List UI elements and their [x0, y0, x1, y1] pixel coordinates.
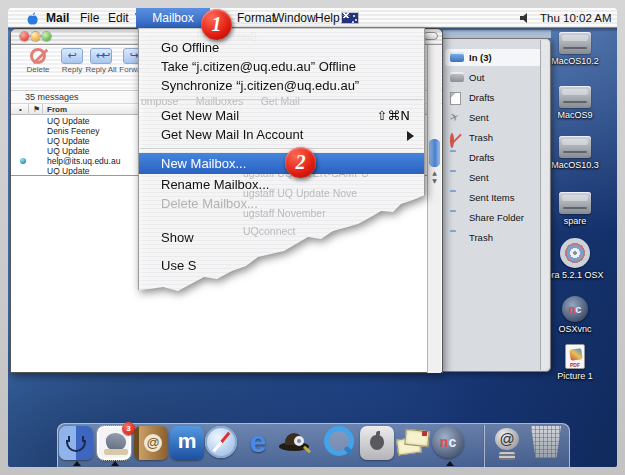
- menubar-item-mailbox-active[interactable]: Mailbox: [136, 8, 210, 28]
- dock-vnc-icon[interactable]: nc: [432, 426, 466, 460]
- draft-page-icon: [450, 92, 461, 105]
- menu-item-get-new-mail-in-account[interactable]: Get New Mail In Account: [139, 126, 424, 144]
- menu-item-go-offline[interactable]: Go Offline: [139, 39, 424, 57]
- menu-bar: Mail File Edit View Mailbox Format Windo…: [8, 8, 617, 28]
- read-column-header[interactable]: •: [19, 104, 22, 115]
- dock-mozilla-icon[interactable]: m: [170, 426, 204, 460]
- desktop-icon-spare[interactable]: spare: [545, 192, 605, 226]
- reply-all-icon: ↩↩: [90, 48, 112, 64]
- menubar-item-help[interactable]: Help: [315, 8, 340, 28]
- dock-safari-icon[interactable]: [205, 426, 239, 460]
- toolbar-toggle-pill[interactable]: [423, 32, 438, 40]
- drawer-item-drafts[interactable]: Drafts: [445, 89, 541, 106]
- menu-item-delete-mailbox: Delete Mailbox...: [139, 195, 424, 213]
- dock-separator: [483, 425, 484, 467]
- menu-item-new-mailbox[interactable]: New Mailbox...: [139, 153, 424, 174]
- desktop: In (3 unread) Delete ↩ Reply ↩↩ Reply Al…: [8, 8, 617, 467]
- keyboard-shortcut: ⇧⌘N: [376, 107, 410, 125]
- delete-icon: [30, 48, 46, 64]
- volume-speaker-icon[interactable]: [520, 13, 532, 23]
- dock-mail-icon[interactable]: 3: [97, 426, 131, 460]
- drawer-item-out[interactable]: Out: [445, 69, 541, 86]
- menu-item-take-offline[interactable]: Take “j.citizen@uq.edu.au” Offline: [139, 58, 424, 76]
- menubar-item-file[interactable]: File: [80, 8, 99, 28]
- running-indicator: [446, 461, 454, 466]
- from-column-header[interactable]: From: [47, 104, 67, 115]
- apple-menu-icon[interactable]: [26, 11, 39, 26]
- column-divider: [42, 104, 43, 115]
- unread-dot-icon: [20, 158, 26, 164]
- running-indicator: [111, 461, 119, 466]
- menubar-clock[interactable]: Thu 10:02 AM: [540, 8, 612, 28]
- dock-quicktime-icon[interactable]: [324, 426, 358, 460]
- ghost-toolbar-labels: ompose Mailboxes Get Mail: [141, 95, 300, 107]
- dock-internet-explorer-icon[interactable]: e: [241, 426, 275, 460]
- paper-plane-icon: ✈: [448, 111, 461, 126]
- menu-item-get-new-mail[interactable]: Get New Mail⇧⌘N: [139, 107, 424, 125]
- scrollbar-arrows[interactable]: ▲▼: [428, 169, 441, 187]
- desktop-icon-macos102[interactable]: MacOS10.2: [545, 32, 605, 66]
- dock: 3 @ m e nc @: [57, 423, 570, 467]
- hard-drive-icon: [559, 32, 591, 54]
- vertical-scrollbar[interactable]: ▲▼: [427, 45, 441, 373]
- drawer-item-drafts-folder[interactable]: Drafts: [445, 149, 541, 166]
- submenu-arrow-icon: [407, 131, 414, 141]
- no-sign-icon: [450, 133, 454, 148]
- scrollbar-thumb[interactable]: [429, 139, 440, 167]
- close-button[interactable]: [20, 32, 29, 41]
- menu-item-rename-mailbox[interactable]: Rename Mailbox...: [139, 176, 424, 194]
- hard-drive-icon: [559, 136, 591, 158]
- drawer-item-sent[interactable]: ✈Sent: [445, 109, 541, 126]
- inbox-icon: [450, 52, 464, 62]
- menu-item-use-torn[interactable]: Use S: [139, 257, 424, 275]
- dock-sherlock-icon[interactable]: [277, 426, 311, 460]
- menubar-item-mail[interactable]: Mail: [46, 8, 69, 28]
- vnc-icon: nc: [562, 296, 588, 322]
- mailboxes-drawer: In (3) Out Drafts ✈Sent Trash Drafts Sen…: [443, 38, 551, 372]
- drawer-item-sent-folder[interactable]: Sent: [445, 169, 541, 186]
- menu-item-synchronize[interactable]: Synchronize “j.citizen@uq.edu.au”: [139, 77, 424, 95]
- menu-separator: [140, 148, 423, 149]
- dock-eudora-letters-icon[interactable]: [396, 426, 430, 460]
- menu-item-show[interactable]: Show: [139, 229, 424, 247]
- menu-separator: [140, 99, 423, 100]
- desktop-icon-macos9[interactable]: MacOS9: [545, 86, 605, 120]
- column-divider: [28, 104, 29, 115]
- minimize-button[interactable]: [31, 32, 40, 41]
- callout-step-2-badge: 2: [285, 147, 316, 178]
- dock-finder-icon[interactable]: [59, 426, 93, 460]
- drawer-item-trash[interactable]: Trash: [445, 129, 541, 146]
- mailbox-menu: ompose Mailboxes Get Mail ugstaff UQ INT…: [138, 28, 425, 294]
- cd-icon: [560, 238, 590, 268]
- drawer-scrollbar[interactable]: [540, 40, 549, 370]
- dock-system-preferences-icon[interactable]: [360, 426, 394, 460]
- drawer-item-share-folder[interactable]: Share Folder: [445, 209, 541, 226]
- hard-drive-icon: [559, 86, 591, 108]
- pdf-document-icon: [565, 344, 585, 369]
- mailbox-menu-container: ompose Mailboxes Get Mail ugstaff UQ INT…: [138, 28, 425, 294]
- running-indicator: [73, 461, 81, 466]
- desktop-icon-picture1[interactable]: Picture 1: [545, 344, 605, 381]
- menubar-item-window[interactable]: Window: [273, 8, 316, 28]
- australian-flag-icon[interactable]: [342, 13, 358, 23]
- desktop-icon-osxvnc[interactable]: ncOSXvnc: [545, 296, 605, 334]
- menubar-item-edit[interactable]: Edit: [108, 8, 129, 28]
- dock-trash-icon[interactable]: [529, 426, 563, 460]
- screenshot-frame: In (3 unread) Delete ↩ Reply ↩↩ Reply Al…: [0, 0, 625, 475]
- hard-drive-icon: [559, 192, 591, 214]
- flag-column-header[interactable]: ⚑: [33, 104, 40, 115]
- zoom-button[interactable]: [42, 32, 51, 41]
- desktop-icon-macos103[interactable]: MacOS10.3: [545, 136, 605, 170]
- drawer-top-edge: [443, 30, 551, 38]
- drawer-item-sent-items[interactable]: Sent Items: [445, 189, 541, 206]
- drawer-item-trash-folder[interactable]: Trash: [445, 229, 541, 246]
- dock-address-book-icon[interactable]: @: [134, 426, 168, 460]
- desktop-icon-eudora-cd[interactable]: ora 5.2.1 OSX: [545, 238, 605, 280]
- menubar-item-format[interactable]: Format: [237, 8, 275, 28]
- drawer-item-in[interactable]: In (3): [445, 49, 541, 66]
- callout-step-1-badge: 1: [201, 9, 232, 40]
- dock-webloc-icon[interactable]: @: [490, 426, 524, 460]
- outbox-icon: [450, 72, 464, 82]
